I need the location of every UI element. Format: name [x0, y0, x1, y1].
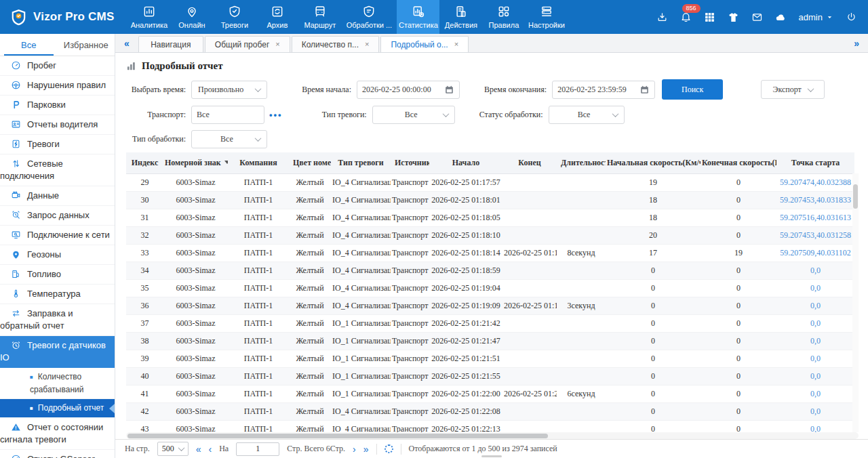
start-point-link[interactable]: 59.207453,40.031258 — [776, 226, 854, 244]
sidebar-item[interactable]: Топливо — [0, 265, 115, 285]
table-row[interactable]: 366003-SimazПАТП-1ЖелтыйIO_4 Сигнализаци… — [126, 297, 854, 314]
table-row[interactable]: 426003-SimazПАТП-1ЖелтыйIO_4 Сигнализаци… — [126, 402, 854, 420]
start-point-link[interactable]: 59.207453,40.031833 — [776, 191, 854, 209]
document-tab[interactable]: Навигация — [138, 36, 203, 52]
transport-input[interactable] — [197, 110, 259, 120]
sidebar-subitem[interactable]: ■Подробный отчет — [0, 399, 115, 418]
refresh-spinner-icon[interactable] — [384, 444, 393, 453]
column-header[interactable]: Начало — [429, 152, 502, 173]
sidebar-subitem[interactable]: ■Количество срабатываний — [0, 368, 115, 399]
column-header[interactable]: Тип тревоги — [331, 152, 391, 173]
per-page-select[interactable]: 500 — [157, 442, 189, 456]
search-button[interactable]: Поиск — [662, 79, 723, 100]
last-page-button[interactable]: » — [363, 444, 369, 454]
start-point-link[interactable]: 0,0 — [776, 332, 854, 350]
table-row[interactable]: 326003-SimazПАТП-1ЖелтыйIO_4 Сигнализаци… — [126, 226, 854, 244]
sidebar-item[interactable]: Данные — [0, 186, 115, 206]
table-row[interactable]: 356003-SimazПАТП-1ЖелтыйIO_4 Сигнализаци… — [126, 279, 854, 297]
top-menu-alarms[interactable]: Тревоги — [213, 0, 256, 34]
table-row[interactable]: 296003-SimazПАТП-1ЖелтыйIO_4 Сигнализаци… — [126, 173, 854, 191]
column-header[interactable]: Конечная скорость(Км/ч) — [701, 152, 776, 173]
sidebar-tab-favorites[interactable]: Избранное — [58, 34, 115, 56]
column-header[interactable]: Индекс — [126, 152, 163, 173]
column-header[interactable]: Компания — [228, 152, 289, 173]
next-page-button[interactable]: › — [353, 444, 356, 454]
alarm-type-select[interactable]: Все — [372, 106, 455, 124]
user-menu[interactable]: admin — [799, 12, 833, 22]
process-type-select[interactable]: Все — [191, 130, 267, 148]
horizontal-scrollbar[interactable] — [126, 432, 859, 439]
download-icon[interactable] — [656, 12, 668, 23]
top-menu-online[interactable]: Онлайн — [170, 0, 213, 34]
horizontal-scrollbar-thumb[interactable] — [127, 434, 548, 438]
start-point-link[interactable]: 0,0 — [776, 314, 854, 332]
sidebar-item[interactable]: Заправка и обратный отчет — [0, 304, 115, 336]
column-header[interactable]: Цвет номера — [289, 152, 331, 173]
start-point-link[interactable]: 0,0 — [776, 367, 854, 385]
sidebar-item[interactable]: Подключение к сети — [0, 226, 115, 245]
close-tab-icon[interactable]: × — [275, 41, 279, 48]
tabs-scroll-right-icon[interactable]: » — [850, 38, 863, 49]
export-button[interactable]: Экспорт — [761, 80, 825, 99]
sidebar-tab-all[interactable]: Все — [0, 34, 58, 56]
start-time-input[interactable] — [362, 85, 444, 95]
sort-descending-icon[interactable] — [224, 161, 228, 164]
top-menu-actions[interactable]: Действия — [439, 0, 482, 34]
table-row[interactable]: 406003-SimazПАТП-1ЖелтыйIO_1 Сигнализаци… — [126, 367, 854, 385]
end-time-input[interactable] — [557, 85, 639, 95]
table-row[interactable]: 416003-SimazПАТП-1ЖелтыйIO_1 Сигнализаци… — [126, 385, 854, 402]
start-point-link[interactable]: 59.207474,40.032388 — [776, 173, 854, 191]
table-row[interactable]: 376003-SimazПАТП-1ЖелтыйIO_1 Сигнализаци… — [126, 314, 854, 332]
close-tab-icon[interactable]: × — [454, 41, 458, 48]
transport-browse-icon[interactable]: ••• — [269, 110, 283, 120]
start-point-link[interactable]: 0,0 — [776, 420, 854, 432]
sidebar-item[interactable]: Отчет о состоянии сигнала тревоги — [0, 418, 115, 450]
process-status-select[interactable]: Все — [549, 106, 625, 124]
sidebar-item[interactable]: Геозоны — [0, 245, 115, 265]
top-menu-archive[interactable]: Архив — [256, 0, 298, 34]
apps-grid-icon[interactable] — [704, 12, 715, 23]
prev-page-button[interactable]: ‹ — [209, 444, 212, 454]
table-row[interactable]: 316003-SimazПАТП-1ЖелтыйIO_4 Сигнализаци… — [126, 209, 854, 226]
start-point-link[interactable]: 0,0 — [776, 385, 854, 402]
top-menu-analytics[interactable]: Аналитика — [127, 0, 170, 34]
mail-icon[interactable] — [751, 12, 763, 23]
sidebar-item[interactable]: Тревоги с датчиков IO — [0, 336, 115, 368]
top-menu-settings[interactable]: Настройки — [525, 0, 568, 34]
resize-handle[interactable] — [481, 455, 502, 457]
start-point-link[interactable]: 0,0 — [776, 297, 854, 314]
document-tab[interactable]: Подробный о...× — [380, 36, 469, 52]
start-point-link[interactable]: 0,0 — [776, 262, 854, 279]
start-point-link[interactable]: 59.207516,40.031613 — [776, 209, 854, 226]
column-header[interactable]: Источник тревоги — [391, 152, 429, 173]
close-tab-icon[interactable]: × — [365, 41, 369, 48]
first-page-button[interactable]: « — [196, 444, 201, 454]
sidebar-item[interactable]: Температура — [0, 285, 115, 304]
sidebar-item[interactable]: Отчеты GSensor — [0, 450, 115, 458]
vertical-scrollbar-thumb[interactable] — [853, 184, 858, 209]
sidebar-item[interactable]: Отчеты водителя — [0, 115, 115, 135]
document-tab[interactable]: Общий пробег× — [205, 36, 290, 52]
table-row[interactable]: 396003-SimazПАТП-1ЖелтыйIO_1 Сигнализаци… — [126, 350, 854, 367]
sidebar-item[interactable]: Запрос данных — [0, 206, 115, 226]
top-menu-rules[interactable]: Правила — [482, 0, 525, 34]
column-header[interactable]: Длительность тревоги — [557, 152, 606, 173]
calendar-icon[interactable] — [639, 85, 650, 95]
sidebar-item[interactable]: Пробег — [0, 56, 115, 76]
page-number-input[interactable] — [236, 442, 279, 456]
cloud-icon[interactable] — [775, 12, 787, 23]
start-point-link[interactable]: 0,0 — [776, 402, 854, 420]
top-menu-statistics[interactable]: Статистика — [397, 0, 439, 34]
table-row[interactable]: 336003-SimazПАТП-1ЖелтыйIO_4 Сигнализаци… — [126, 244, 854, 262]
start-point-link[interactable]: 0,0 — [776, 279, 854, 297]
table-row[interactable]: 306003-SimazПАТП-1ЖелтыйIO_4 Сигнализаци… — [126, 191, 854, 209]
app-logo[interactable]: Vizor Pro CMS — [0, 0, 127, 34]
sidebar-item[interactable]: Парковки — [0, 96, 115, 115]
table-row[interactable]: 436003-SimazПАТП-1ЖелтыйIO_4 Сигнализаци… — [126, 420, 854, 432]
column-header[interactable]: Начальная скорость(Км/ч) — [606, 152, 701, 173]
sidebar-item[interactable]: Тревоги — [0, 135, 115, 154]
alarm-bell-icon[interactable]: 856 — [680, 12, 692, 23]
column-header[interactable]: Номерной знак — [163, 152, 228, 173]
document-tab[interactable]: Количество п...× — [292, 36, 380, 52]
top-menu-route[interactable]: Маршрут — [298, 0, 341, 34]
